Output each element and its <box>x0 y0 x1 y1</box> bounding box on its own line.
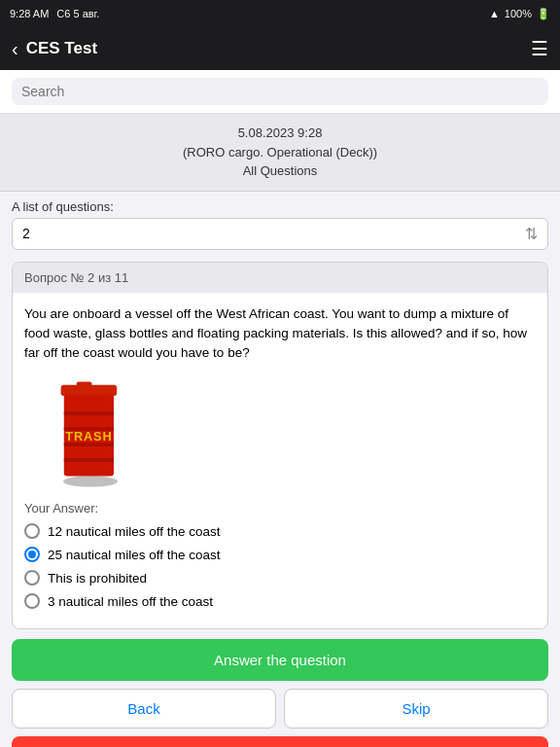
radio-1[interactable] <box>24 547 40 562</box>
trash-can-icon: TRASH <box>24 373 141 489</box>
radio-3[interactable] <box>24 593 40 609</box>
search-input[interactable] <box>12 78 548 105</box>
status-bar-left: 9:28 AM C6 5 авг. <box>10 8 99 19</box>
menu-button[interactable]: ☰ <box>531 37 548 60</box>
answer-options: 12 nautical miles off the coast 25 nauti… <box>24 523 536 609</box>
search-bar <box>0 70 560 114</box>
answer-option-1[interactable]: 25 nautical miles off the coast <box>24 547 536 562</box>
svg-rect-2 <box>61 385 118 396</box>
info-line3: All Questions <box>10 161 550 181</box>
battery-level: 100% <box>505 8 532 19</box>
question-body: You are onboard a vessel off the West Af… <box>13 293 547 629</box>
svg-rect-7 <box>64 458 114 462</box>
svg-rect-4 <box>64 411 114 415</box>
page-title: CES Test <box>26 39 531 58</box>
back-button-main[interactable]: Back <box>12 689 276 729</box>
answer-option-3[interactable]: 3 nautical miles off the coast <box>24 593 536 609</box>
back-skip-row: Back Skip <box>12 689 548 729</box>
svg-text:TRASH: TRASH <box>65 430 112 445</box>
status-date: C6 5 авг. <box>56 8 99 19</box>
your-answer-label: Your Answer: <box>24 501 536 516</box>
wifi-icon: ▲ <box>489 8 500 19</box>
question-card: Вопрос № 2 из 11 You are onboard a vesse… <box>12 262 548 630</box>
answer-option-0[interactable]: 12 nautical miles off the coast <box>24 523 536 539</box>
status-bar: 9:28 AM C6 5 авг. ▲ 100% 🔋 <box>0 0 560 27</box>
answer-text-3: 3 nautical miles off the coast <box>48 594 213 609</box>
question-text: You are onboard a vessel off the West Af… <box>24 304 536 364</box>
question-header: Вопрос № 2 из 11 <box>13 263 547 293</box>
status-bar-right: ▲ 100% 🔋 <box>489 8 550 20</box>
chevron-up-down-icon: ⇅ <box>525 225 538 243</box>
question-dropdown[interactable]: 2 ⇅ <box>12 218 548 250</box>
answer-text-0: 12 nautical miles off the coast <box>48 524 221 539</box>
radio-2[interactable] <box>24 570 40 586</box>
answer-text-1: 25 nautical miles off the coast <box>48 548 221 562</box>
questions-label: A list of questions: <box>0 192 560 218</box>
battery-icon: 🔋 <box>537 8 550 20</box>
answer-option-2[interactable]: This is prohibited <box>24 570 536 586</box>
finish-button[interactable]: Finish <box>12 736 548 747</box>
buttons-area: Answer the question Back Skip Finish <box>0 639 560 747</box>
answer-text-2: This is prohibited <box>48 571 147 586</box>
info-block: 5.08.2023 9:28 (RORO cargo. Operational … <box>0 114 560 192</box>
status-time: 9:28 AM <box>10 8 49 19</box>
back-button[interactable]: ‹ <box>12 38 18 60</box>
skip-button[interactable]: Skip <box>284 689 548 729</box>
nav-bar: ‹ CES Test ☰ <box>0 27 560 70</box>
info-line2: (RORO cargo. Operational (Deck)) <box>10 143 550 162</box>
dropdown-value: 2 <box>22 226 30 241</box>
info-line1: 5.08.2023 9:28 <box>10 124 550 143</box>
svg-point-0 <box>63 477 118 487</box>
question-image: TRASH <box>24 373 536 489</box>
answer-button[interactable]: Answer the question <box>12 639 548 681</box>
radio-0[interactable] <box>24 523 40 539</box>
